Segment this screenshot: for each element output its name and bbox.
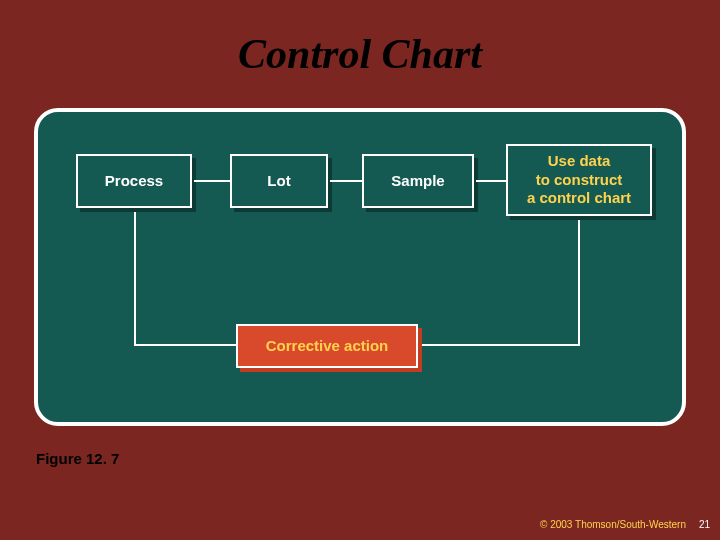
box-corrective-action: Corrective action [236, 324, 418, 368]
connector-process-lot [194, 180, 230, 182]
box-sample: Sample [362, 154, 474, 208]
connector-process-to-corrective [134, 344, 236, 346]
figure-label: Figure 12. 7 [36, 450, 119, 467]
connector-usedata-down [578, 220, 580, 346]
connector-process-down [134, 212, 136, 346]
box-use-data: Use data to construct a control chart [506, 144, 652, 216]
page-number: 21 [699, 519, 710, 530]
connector-usedata-to-corrective [422, 344, 580, 346]
slide-title: Control Chart [0, 30, 720, 78]
connector-sample-usedata [476, 180, 506, 182]
copyright-text: © 2003 Thomson/South-Western [540, 519, 686, 530]
connector-lot-sample [330, 180, 362, 182]
box-process: Process [76, 154, 192, 208]
diagram-panel: Process Lot Sample Use data to construct… [34, 108, 686, 426]
box-lot: Lot [230, 154, 328, 208]
